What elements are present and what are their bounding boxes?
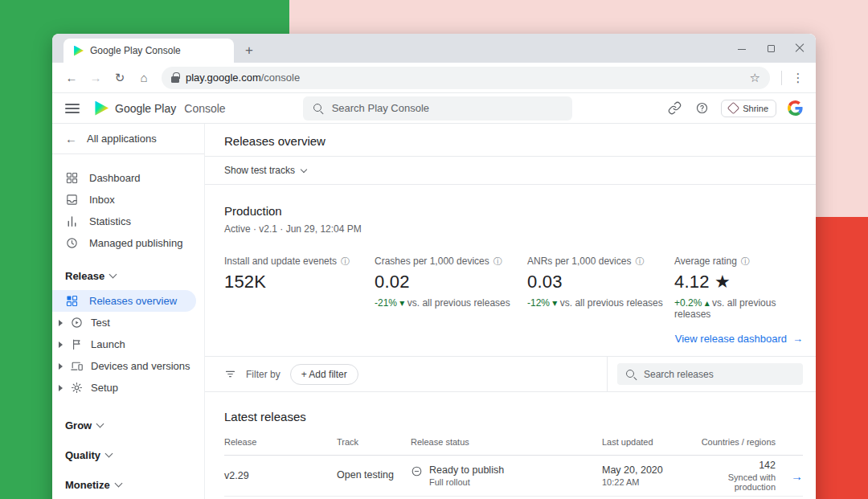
brand-console: Console <box>184 102 225 115</box>
metric-delta-note: vs. all previous releases <box>404 297 510 309</box>
status-text: Ready to publish <box>429 464 504 476</box>
table-row[interactable]: v2.29 Open testing Ready to publishFull … <box>224 456 803 497</box>
sidebar-item-all-applications[interactable]: ← All applications <box>52 124 204 154</box>
table-header-row: Release Track Release status Last update… <box>224 435 803 456</box>
sidebar-item-label: Test <box>91 317 110 329</box>
sidebar-item-setup[interactable]: Setup <box>52 377 204 399</box>
forward-icon[interactable]: → <box>84 67 107 89</box>
metric-value: 0.03 <box>527 272 674 292</box>
countries-sync: Synced with production <box>690 472 776 492</box>
sidebar-section-monetize[interactable]: Monetize <box>65 479 191 491</box>
help-icon[interactable] <box>694 100 710 117</box>
sidebar-section-grow[interactable]: Grow <box>65 419 191 432</box>
col-countries: Countries / regions <box>690 437 776 453</box>
refresh-icon[interactable]: ↻ <box>108 67 131 89</box>
bookmark-star-icon[interactable]: ☆ <box>750 71 760 85</box>
col-actions <box>776 442 803 448</box>
tab-title: Google Play Console <box>90 45 224 56</box>
releases-table: Release Track Release status Last update… <box>224 435 803 499</box>
launch-icon <box>70 337 84 351</box>
sidebar-item-test[interactable]: Test <box>52 312 204 333</box>
search-icon <box>313 103 324 114</box>
updated-date: May 20, 2020 <box>602 464 690 476</box>
metric-label: Crashes per 1,000 devices <box>375 256 489 267</box>
minimize-button[interactable] <box>737 43 747 53</box>
browser-menu-icon[interactable]: ⋮ <box>788 68 808 88</box>
sidebar-section-quality[interactable]: Quality <box>65 449 191 461</box>
show-test-tracks-toggle[interactable]: Show test tracks <box>224 157 803 184</box>
info-icon[interactable]: ⓘ <box>341 257 350 266</box>
google-account-icon[interactable] <box>788 100 803 116</box>
toolbar-divider <box>781 71 782 85</box>
release-search-area: Search releases <box>607 357 816 391</box>
divider <box>205 184 816 185</box>
devices-icon <box>70 359 84 373</box>
status-paused-icon <box>411 465 423 477</box>
release-section-label: Release <box>65 270 104 282</box>
open-release-arrow[interactable]: → <box>776 469 803 483</box>
sidebar-item-inbox[interactable]: Inbox <box>52 189 204 211</box>
sidebar-item-releases-overview[interactable]: Releases overview <box>52 290 196 312</box>
col-status: Release status <box>411 437 602 453</box>
link-icon[interactable] <box>666 100 682 117</box>
play-logo-icon <box>94 101 108 116</box>
sidebar-item-managed-publishing[interactable]: Managed publishing <box>52 232 204 254</box>
expander-icon <box>59 342 63 348</box>
home-icon[interactable]: ⌂ <box>133 67 155 89</box>
statistics-icon <box>65 215 79 228</box>
sidebar-item-dashboard[interactable]: Dashboard <box>52 167 204 189</box>
url-field[interactable]: play.google.com/console ☆ <box>162 67 770 89</box>
metric-delta: -12% ▾ <box>527 297 557 309</box>
sidebar: ← All applications Dashboard Inbox Stati… <box>52 124 205 499</box>
page-title: Releases overview <box>224 124 803 156</box>
info-icon[interactable]: ⓘ <box>493 257 502 266</box>
quality-section-label: Quality <box>65 449 100 461</box>
metric-delta: -21% ▾ <box>375 297 404 309</box>
sidebar-item-label: Managed publishing <box>89 237 182 249</box>
sidebar-item-statistics[interactable]: Statistics <box>52 211 204 232</box>
sidebar-item-devices-and-versions[interactable]: Devices and versions <box>52 355 204 377</box>
sidebar-section-release[interactable]: Release <box>65 270 191 282</box>
play-console-logo[interactable]: Google Play Console <box>94 101 226 116</box>
filter-by-label: Filter by <box>246 369 280 380</box>
url-text: play.google.com/console <box>186 72 743 84</box>
sidebar-nav: Dashboard Inbox Statistics Managed publi… <box>52 167 204 254</box>
chevron-down-icon <box>109 271 117 279</box>
sidebar-item-launch[interactable]: Launch <box>52 333 204 355</box>
info-icon[interactable]: ⓘ <box>741 257 750 266</box>
metrics-row: Install and update evenetsⓘ 152K Crashes… <box>224 256 803 320</box>
browser-tab[interactable]: Google Play Console <box>63 39 234 63</box>
sidebar-item-label: Setup <box>91 382 118 394</box>
metric-delta-note: vs. all previous releases <box>557 297 662 309</box>
col-updated: Last updated <box>602 437 690 453</box>
hamburger-menu-icon[interactable] <box>65 104 80 113</box>
play-console-header: Google Play Console Search Play Console … <box>52 93 816 124</box>
view-release-dashboard-link[interactable]: View release dashboard → <box>675 333 803 345</box>
current-app-switcher[interactable]: Shrine <box>721 100 776 117</box>
new-tab-button[interactable]: + <box>239 40 260 61</box>
maximize-button[interactable] <box>766 43 776 53</box>
metric-label: Average rating <box>674 256 737 267</box>
close-button[interactable] <box>795 43 805 53</box>
add-filter-button[interactable]: + Add filter <box>290 364 358 385</box>
filter-list-icon <box>224 368 236 380</box>
metric-crashes: Crashes per 1,000 devicesⓘ 0.02 -21% ▾ v… <box>375 256 527 320</box>
releases-overview-icon <box>65 294 79 308</box>
rollout-text: Full rollout <box>429 477 504 487</box>
metric-value: 4.12 ★ <box>674 272 803 292</box>
monetize-section-label: Monetize <box>65 479 110 491</box>
view-release-dashboard-label: View release dashboard <box>675 333 787 345</box>
browser-tab-strip: Google Play Console + <box>52 34 816 63</box>
setup-gear-icon <box>70 381 84 395</box>
play-console-favicon <box>73 46 84 56</box>
grow-section-label: Grow <box>65 419 92 432</box>
expander-icon <box>59 363 63 370</box>
desktop-background: Google Play Console + ← → ↻ ⌂ play.googl… <box>0 0 868 499</box>
sidebar-item-label: Inbox <box>89 194 115 206</box>
console-search-input[interactable]: Search Play Console <box>303 96 572 121</box>
dashboard-icon <box>65 171 79 185</box>
search-releases-input[interactable]: Search releases <box>617 363 803 385</box>
back-icon[interactable]: ← <box>60 67 83 89</box>
info-icon[interactable]: ⓘ <box>635 257 644 266</box>
browser-address-bar: ← → ↻ ⌂ play.google.com/console ☆ ⋮ <box>52 63 816 93</box>
